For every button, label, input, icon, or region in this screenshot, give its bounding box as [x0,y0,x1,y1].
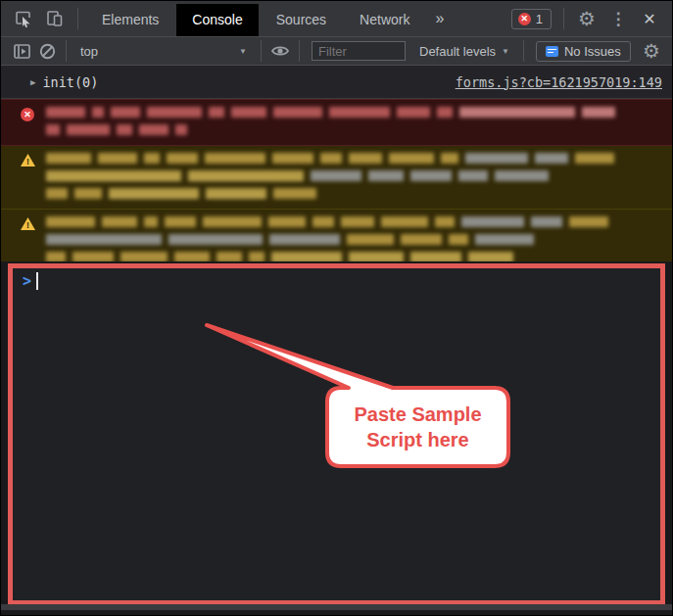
blurred-text-segment [67,124,110,135]
blurred-text-segment [272,153,313,164]
blurred-text-segment [46,124,60,135]
blurred-text-segment [268,216,306,227]
blurred-text-segment [46,153,91,164]
log-levels-dropdown[interactable]: Default levels ▼ [411,44,517,59]
blurred-text-segment [397,107,430,118]
error-count-badge[interactable]: ✕ 1 [511,9,552,29]
blurred-text-segment [349,153,382,164]
blurred-text-segment [231,107,266,118]
blurred-text-segment [175,124,187,135]
chevron-down-icon: ▼ [239,47,247,56]
javascript-context-dropdown[interactable]: top ▼ [76,44,251,59]
inspect-element-button[interactable] [9,5,38,32]
separator [66,40,67,62]
console-sidebar-icon [14,44,30,59]
blurred-text-segment [461,216,524,227]
blurred-text-line [46,216,662,229]
console-sidebar-toggle-button[interactable] [9,39,34,63]
error-circle-icon: ✕ [518,13,531,25]
blurred-text-segment [531,216,562,227]
tab-elements[interactable]: Elements [86,4,174,36]
console-settings-button[interactable]: ⚙ [639,39,664,63]
blurred-text-segment [410,170,452,181]
blurred-text-segment [320,153,342,164]
context-value: top [80,44,98,59]
separator [563,8,564,29]
devtools-window: Elements Console Sources Network » ✕ 1 ⚙… [0,0,673,616]
blurred-text-segment [465,153,528,164]
source-location-link[interactable]: forms.js?cb=1621957019:149 [456,74,662,90]
console-log-row[interactable]: ▶ init(0) forms.js?cb=1621957019:149 [1,66,672,99]
blurred-text-segment [273,188,316,199]
blurred-text-segment [475,234,534,245]
blurred-text-segment [144,216,158,227]
devtools-tabbar: Elements Console Sources Network » ✕ 1 ⚙… [1,1,672,37]
settings-button[interactable]: ⚙ [572,5,601,32]
blurred-text-segment [92,107,104,118]
blurred-text-segment [449,234,468,245]
issues-badge[interactable]: No Issues [536,41,631,62]
message-list: ✕!! [1,99,672,273]
levels-label: Default levels [419,44,496,59]
devtools-menu-button[interactable]: ⋮ [603,5,633,32]
blurred-text-segment [168,234,263,245]
warning-triangle-icon: ! [21,217,35,230]
issues-bubble-icon [546,46,558,57]
expand-triangle-icon[interactable]: ▶ [30,77,35,87]
blurred-text-segment [441,153,458,164]
redacted-message-text [46,216,662,266]
issues-label: No Issues [564,44,621,59]
separator [299,40,300,62]
clear-console-icon [39,43,56,60]
statusbar-strip [1,604,673,610]
callout-text: Paste Sample Script here [327,387,508,467]
blurred-text-segment [188,170,304,181]
blurred-text-segment [459,107,575,118]
blurred-text-segment [147,107,202,118]
blurred-text-line [46,170,662,183]
filter-input[interactable] [312,41,406,61]
chevron-down-icon: ▼ [502,47,509,56]
blurred-text-segment [102,216,137,227]
live-expression-button[interactable] [267,39,293,63]
blurred-text-segment [206,188,266,199]
blurred-text-line [46,107,662,119]
separator [261,40,262,62]
blurred-text-segment [98,153,137,164]
console-message-warning[interactable]: ! [1,146,672,210]
tab-network[interactable]: Network [344,4,425,36]
blurred-text-segment [167,153,198,164]
blurred-text-line [46,153,662,166]
clear-console-button[interactable] [34,39,60,63]
kebab-menu-icon: ⋮ [610,9,627,29]
blurred-text-segment [74,188,102,199]
blurred-text-segment [582,107,615,118]
text-cursor [36,272,38,290]
close-devtools-button[interactable]: ✕ [635,5,664,32]
blurred-text-segment [458,170,488,181]
warning-triangle-icon: ! [21,154,35,166]
tab-console[interactable]: Console [176,4,258,36]
blurred-text-segment [535,153,568,164]
blurred-text-segment [368,170,404,181]
separator [77,8,78,29]
blurred-text-segment [269,234,340,245]
tab-sources[interactable]: Sources [261,4,342,36]
blurred-text-segment [273,107,322,118]
more-tabs-button[interactable]: » [427,10,452,27]
error-count: 1 [536,12,543,26]
blurred-text-segment [311,170,361,181]
blurred-text-segment [329,107,390,118]
device-toolbar-button[interactable] [40,5,70,32]
blurred-text-segment [347,234,394,245]
gear-icon: ⚙ [643,39,660,63]
blurred-text-segment [144,153,160,164]
device-toolbar-icon [46,10,64,27]
blurred-text-line [46,234,662,247]
console-message-error[interactable]: ✕ [1,99,672,146]
console-prompt-icon: > [23,272,31,290]
blurred-text-segment [165,216,196,227]
blurred-text-segment [111,107,140,118]
logged-expression: init(0) [42,74,98,90]
blurred-text-segment [46,107,85,118]
